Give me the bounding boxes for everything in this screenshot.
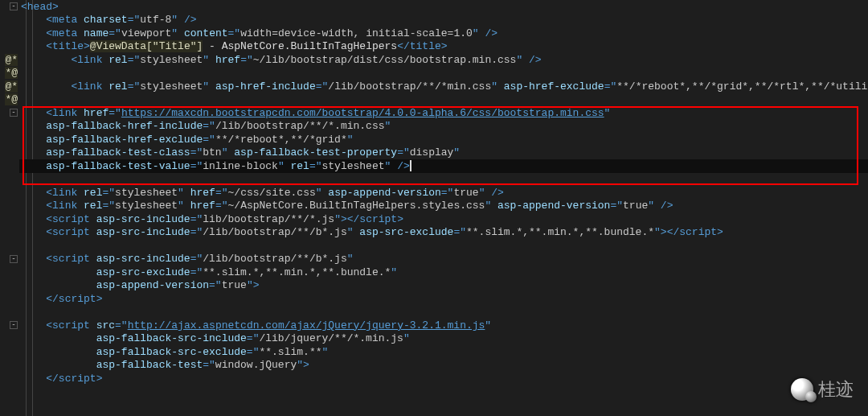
- razor-marker: @*: [5, 80, 18, 93]
- code-editor[interactable]: - @* *@ @* *@ - - - <head> <met: [0, 0, 868, 416]
- code-line[interactable]: <link href="https://maxcdn.bootstrapcdn.…: [19, 106, 868, 120]
- code-line[interactable]: <link rel="stylesheet" href="~/lib/boots…: [19, 53, 868, 67]
- razor-marker: *@: [5, 67, 18, 79]
- code-line[interactable]: <meta name="viewport" content="width=dev…: [19, 27, 868, 40]
- code-line[interactable]: [19, 239, 868, 253]
- collapse-icon[interactable]: -: [10, 255, 18, 263]
- code-line[interactable]: <link rel="stylesheet" asp-href-include=…: [19, 80, 868, 93]
- code-line[interactable]: [19, 173, 868, 187]
- code-line[interactable]: asp-fallback-src-exclude="**.slim.**": [19, 345, 868, 359]
- code-line[interactable]: asp-src-exclude="**.slim.*,**.min.*,**.b…: [19, 266, 868, 279]
- code-line[interactable]: <meta charset="utf-8" />: [19, 14, 868, 27]
- code-line[interactable]: <script src="http://ajax.aspnetcdn.com/a…: [19, 319, 868, 332]
- code-line[interactable]: <script asp-src-include="/lib/bootstrap/…: [19, 226, 868, 240]
- code-line[interactable]: [19, 67, 868, 80]
- code-line[interactable]: <script asp-src-include="/lib/bootstrap/…: [19, 253, 868, 266]
- code-line[interactable]: asp-fallback-test-class="btn" asp-fallba…: [19, 146, 868, 160]
- code-line[interactable]: [19, 385, 868, 399]
- cursor: [410, 160, 411, 171]
- collapse-icon[interactable]: -: [10, 2, 18, 10]
- code-line[interactable]: <script asp-src-include="lib/bootstrap/*…: [19, 212, 868, 226]
- razor-marker: @*: [5, 54, 18, 66]
- wechat-icon: [791, 378, 813, 401]
- razor-marker: *@: [5, 93, 18, 105]
- code-line-active[interactable]: asp-fallback-test-value="inline-block" r…: [19, 159, 868, 173]
- code-line[interactable]: <head>: [19, 0, 868, 14]
- code-line[interactable]: asp-fallback-href-include="/lib/bootstra…: [19, 120, 868, 134]
- gutter: - @* *@ @* *@ - - -: [0, 0, 19, 416]
- code-line[interactable]: [19, 306, 868, 319]
- code-line[interactable]: asp-fallback-test="window.jQuery">: [19, 359, 868, 373]
- code-line[interactable]: <link rel="stylesheet" href="~/css/site.…: [19, 186, 868, 200]
- code-line[interactable]: asp-append-version="true">: [19, 279, 868, 293]
- code-line[interactable]: [19, 93, 868, 107]
- code-line[interactable]: asp-fallback-href-exclude="**/*reboot*,*…: [19, 133, 868, 146]
- watermark-text: 桂迹: [818, 377, 854, 402]
- code-line[interactable]: <link rel="stylesheet" href="~/AspNetCor…: [19, 200, 868, 213]
- code-line[interactable]: </script>: [19, 372, 868, 385]
- code-area[interactable]: <head> <meta charset="utf-8" /> <meta na…: [19, 0, 868, 416]
- code-line[interactable]: <title>@ViewData["Title"] - AspNetCore.B…: [19, 40, 868, 54]
- code-line[interactable]: asp-fallback-src-include="/lib/jquery/**…: [19, 332, 868, 346]
- collapse-icon[interactable]: -: [10, 321, 18, 329]
- watermark: 桂迹: [791, 377, 854, 402]
- code-line[interactable]: </script>: [19, 292, 868, 306]
- collapse-icon[interactable]: -: [10, 109, 18, 117]
